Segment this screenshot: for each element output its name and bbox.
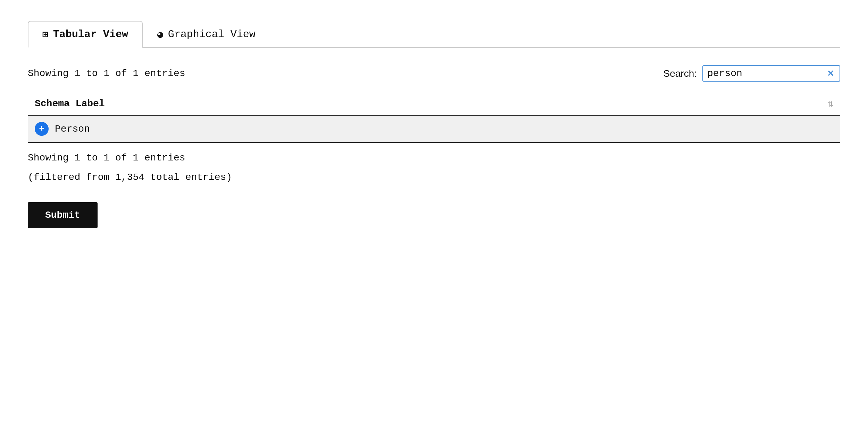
table-row[interactable]: + Person — [28, 116, 840, 143]
schema-table: Schema Label ⇅ + Person — [28, 92, 840, 143]
search-area: Search: ✕ — [663, 65, 841, 82]
showing-bottom-line2: (filtered from 1,354 total entries) — [28, 169, 840, 186]
row-person-label: Person — [55, 124, 90, 134]
tabs-container: ⊞ Tabular View ◕ Graphical View — [28, 21, 840, 48]
clear-search-button[interactable]: ✕ — [826, 69, 835, 78]
search-input[interactable] — [707, 68, 826, 79]
footer-text-area: Showing 1 to 1 of 1 entries (filtered fr… — [28, 150, 840, 185]
tab-tabular[interactable]: ⊞ Tabular View — [28, 21, 143, 48]
sort-icon[interactable]: ⇅ — [827, 98, 833, 109]
table-header: Schema Label ⇅ — [28, 92, 840, 116]
graphical-icon: ◕ — [157, 28, 163, 40]
showing-top-text: Showing 1 to 1 of 1 entries — [28, 68, 185, 79]
column-schema-label: Schema Label — [35, 98, 105, 109]
tab-graphical[interactable]: ◕ Graphical View — [143, 21, 270, 47]
submit-button[interactable]: Submit — [28, 202, 98, 228]
search-label: Search: — [663, 68, 697, 79]
controls-row: Showing 1 to 1 of 1 entries Search: ✕ — [28, 65, 840, 82]
tab-tabular-label: Tabular View — [53, 28, 128, 40]
showing-bottom-line1: Showing 1 to 1 of 1 entries — [28, 150, 840, 166]
expand-icon[interactable]: + — [35, 122, 49, 136]
tabular-icon: ⊞ — [42, 28, 48, 40]
search-input-wrapper: ✕ — [702, 65, 840, 82]
tab-graphical-label: Graphical View — [168, 28, 256, 40]
